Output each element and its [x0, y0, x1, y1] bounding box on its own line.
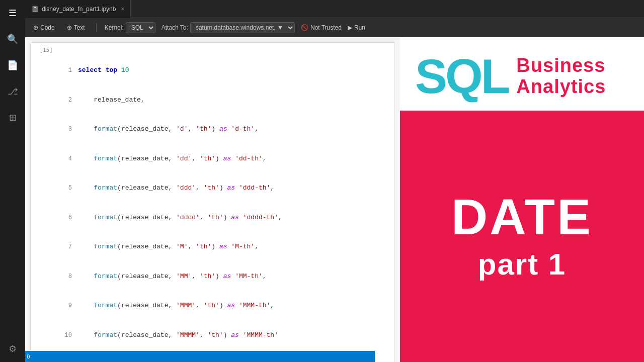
toolbar-separator-1	[96, 23, 97, 32]
code-block: 1 select top 10 2 release_date, 3 format…	[60, 46, 390, 362]
code-label: Code	[40, 24, 55, 31]
toolbar: ⊕ Code ⊕ Text Kernel: SQL Attach To: sat…	[25, 18, 644, 37]
text-label: Text	[74, 24, 85, 31]
code-cell: [15] 1 select top 10 2 release_date,	[30, 42, 395, 362]
status-bar: ⊗ 0 ⚠ 0	[0, 351, 375, 362]
notebook-tab[interactable]: 📓 disney_date_fn_part1.ipynb ×	[25, 0, 131, 18]
tab-close-button[interactable]: ×	[121, 6, 124, 13]
kernel-dropdown[interactable]: SQL	[126, 22, 155, 33]
cell-body[interactable]: 1 select top 10 2 release_date, 3 format…	[56, 43, 394, 362]
sidebar-icon-search[interactable]: 🔍	[4, 30, 22, 48]
attach-dropdown[interactable]: saturn.database.windows.net, ▼	[190, 22, 295, 33]
analytics-text: Analytics	[516, 76, 606, 98]
business-analytics: Business Analytics	[516, 55, 606, 98]
kernel-select-group: Kernel: SQL	[105, 22, 155, 33]
code-line-4: 4 format(release_date, 'dd', 'th') as 'd…	[60, 154, 390, 164]
not-trusted-icon: 🚫	[301, 24, 308, 31]
sidebar-icon-settings[interactable]: ⚙	[4, 340, 22, 358]
code-line-9: 9 format(release_date, 'MMM', 'th') as '…	[60, 301, 390, 311]
sidebar-icon-extensions[interactable]: ⊞	[4, 109, 22, 127]
run-button[interactable]: ▶ Run	[348, 24, 365, 31]
text-button[interactable]: ⊕ Text	[64, 23, 88, 32]
cell-gutter: [15] 1 select top 10 2 release_date,	[31, 43, 394, 362]
sql-logo: SQL	[415, 52, 508, 101]
business-text: Business	[516, 55, 606, 76]
code-line-6: 6 format(release_date, 'dddd', 'th') as …	[60, 213, 390, 223]
attach-label: Attach To:	[162, 24, 188, 31]
warning-count: 0	[27, 353, 30, 359]
code-line-10: 10 format(release_date, 'MMMM', 'th') as…	[60, 330, 390, 340]
notebook-content: [15] 1 select top 10 2 release_date,	[25, 37, 644, 362]
code-line-3: 3 format(release_date, 'd', 'th') as 'd-…	[60, 124, 390, 134]
brand-top: SQL Business Analytics	[400, 37, 644, 111]
attach-select-group: Attach To: saturn.database.windows.net, …	[162, 22, 295, 33]
code-line-5: 5 format(release_date, 'ddd', 'th') as '…	[60, 183, 390, 193]
not-trusted-label: Not Trusted	[310, 24, 342, 31]
brand-bottom: DATE part 1	[400, 111, 644, 362]
tab-filename: disney_date_fn_part1.ipynb	[42, 6, 116, 13]
cell-label: [15]	[31, 43, 56, 362]
run-icon: ▶	[348, 24, 352, 31]
run-label: Run	[354, 24, 365, 31]
main-content: 📓 disney_date_fn_part1.ipynb × ⊕ Code ⊕ …	[25, 0, 644, 362]
code-line-1: 1 select top 10	[60, 65, 390, 75]
kernel-label: Kernel:	[105, 24, 124, 31]
code-icon: ⊕	[33, 24, 38, 31]
part-text: part 1	[478, 247, 566, 282]
code-button[interactable]: ⊕ Code	[30, 23, 58, 32]
sidebar-icon-file[interactable]: 📄	[4, 56, 22, 74]
text-icon: ⊕	[67, 24, 72, 31]
code-line-8: 8 format(release_date, 'MM', 'th') as 'M…	[60, 272, 390, 282]
notebook-icon: 📓	[31, 6, 39, 13]
right-panel: SQL Business Analytics DATE part 1	[400, 37, 644, 362]
date-title: DATE	[451, 192, 593, 242]
tab-bar: 📓 disney_date_fn_part1.ipynb ×	[25, 0, 644, 18]
sidebar-icon-menu[interactable]: ☰	[4, 4, 22, 22]
sidebar: ☰ 🔍 📄 ⎇ ⊞ ⚙	[0, 0, 25, 362]
sidebar-icon-branch[interactable]: ⎇	[4, 82, 22, 101]
code-line-2: 2 release_date,	[60, 95, 390, 105]
code-line-7: 7 format(release_date, 'M', 'th') as 'M-…	[60, 242, 390, 252]
not-trusted-indicator: 🚫 Not Trusted	[301, 24, 342, 31]
left-panel: [15] 1 select top 10 2 release_date,	[25, 37, 400, 362]
